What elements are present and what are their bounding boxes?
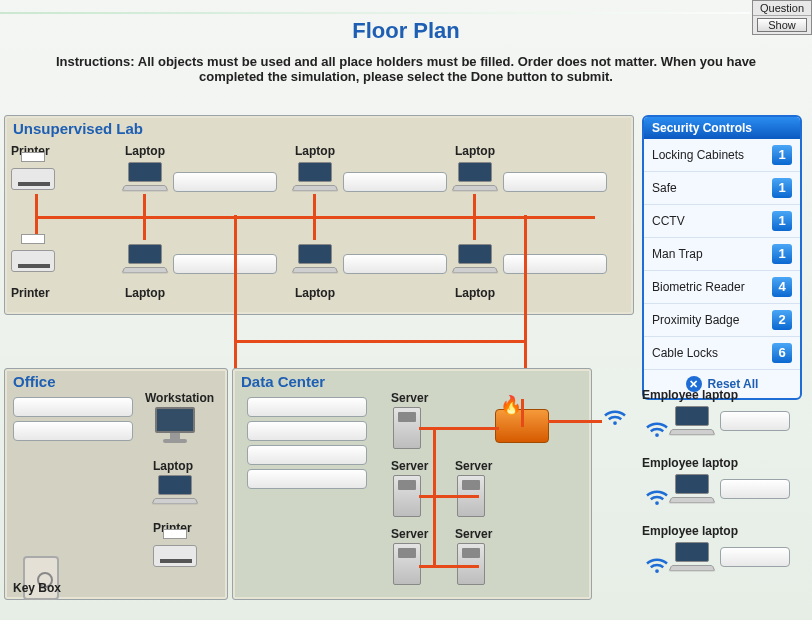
wire (143, 194, 146, 218)
drop-slot[interactable] (720, 411, 790, 431)
label-employee-laptop: Employee laptop (642, 388, 802, 402)
laptop-icon[interactable] (123, 162, 167, 192)
workstation-icon[interactable] (153, 407, 197, 449)
panel-title: Security Controls (644, 117, 800, 139)
printer-icon[interactable] (11, 160, 55, 194)
control-safe[interactable]: Safe 1 (644, 172, 800, 205)
label-keybox: Key Box (13, 581, 61, 595)
wire (473, 194, 476, 218)
drop-slot[interactable] (720, 547, 790, 567)
control-locking-cabinets[interactable]: Locking Cabinets 1 (644, 139, 800, 172)
laptop-icon[interactable] (670, 474, 714, 504)
page-title: Floor Plan (0, 18, 812, 44)
zone-office: Office Workstation Laptop Printer Key Bo… (4, 368, 228, 600)
drop-slot[interactable] (13, 397, 133, 417)
security-controls-panel: Security Controls Locking Cabinets 1 Saf… (642, 115, 802, 400)
drop-slot[interactable] (247, 469, 367, 489)
drop-slot[interactable] (343, 254, 447, 274)
laptop-icon[interactable] (293, 162, 337, 192)
wifi-icon (642, 478, 664, 500)
label-laptop: Laptop (455, 144, 495, 158)
laptop-icon[interactable] (670, 542, 714, 572)
label-laptop: Laptop (153, 459, 193, 473)
instructions-text: Instructions: All objects must be used a… (30, 54, 782, 84)
control-cctv[interactable]: CCTV 1 (644, 205, 800, 238)
wire (419, 427, 499, 430)
printer-icon[interactable] (153, 537, 197, 571)
drop-slot[interactable] (247, 445, 367, 465)
drop-slot[interactable] (247, 421, 367, 441)
wifi-icon (642, 410, 664, 432)
label-laptop: Laptop (125, 286, 165, 300)
wire (419, 565, 479, 568)
control-man-trap[interactable]: Man Trap 1 (644, 238, 800, 271)
zone-data-center: Data Center Server Server Server Server … (232, 368, 592, 600)
drop-slot[interactable] (503, 254, 607, 274)
wire (419, 495, 479, 498)
laptop-icon[interactable] (293, 244, 337, 274)
control-count: 1 (772, 145, 792, 165)
label-printer: Printer (11, 286, 50, 300)
question-label: Question (753, 1, 811, 16)
wire (521, 399, 524, 427)
wifi-icon (642, 546, 664, 568)
control-count: 4 (772, 277, 792, 297)
label-server: Server (455, 527, 492, 541)
drop-slot[interactable] (720, 479, 790, 499)
drop-slot[interactable] (343, 172, 447, 192)
svg-point-1 (655, 433, 659, 437)
control-count: 1 (772, 211, 792, 231)
laptop-icon[interactable] (453, 162, 497, 192)
control-biometric-reader[interactable]: Biometric Reader 4 (644, 271, 800, 304)
drop-slot[interactable] (247, 397, 367, 417)
zone-unsupervised-lab: Unsupervised Lab Printer Laptop Laptop L… (4, 115, 634, 315)
control-label: Safe (652, 181, 677, 195)
drop-slot[interactable] (173, 172, 277, 192)
employee-laptop-block: Employee laptop (642, 524, 802, 572)
control-label: Man Trap (652, 247, 703, 261)
laptop-icon[interactable] (670, 406, 714, 436)
server-icon[interactable] (393, 543, 421, 585)
wifi-icon (600, 398, 630, 428)
wire (473, 216, 476, 240)
wire (313, 194, 316, 218)
show-button[interactable]: Show (757, 18, 807, 32)
control-label: Proximity Badge (652, 313, 739, 327)
employee-laptop-block: Employee laptop (642, 388, 802, 436)
server-icon[interactable] (457, 543, 485, 585)
zone-title-lab: Unsupervised Lab (5, 116, 633, 141)
server-icon[interactable] (393, 475, 421, 517)
svg-point-0 (613, 421, 617, 425)
control-count: 2 (772, 310, 792, 330)
question-box: Question Show (752, 0, 812, 35)
control-proximity-badge[interactable]: Proximity Badge 2 (644, 304, 800, 337)
laptop-icon[interactable] (153, 475, 197, 505)
label-laptop: Laptop (295, 144, 335, 158)
wire (143, 216, 146, 240)
control-cable-locks[interactable]: Cable Locks 6 (644, 337, 800, 370)
wire (234, 340, 526, 343)
control-label: CCTV (652, 214, 685, 228)
label-laptop: Laptop (455, 286, 495, 300)
label-laptop: Laptop (295, 286, 335, 300)
laptop-icon[interactable] (123, 244, 167, 274)
wire (35, 194, 38, 218)
label-laptop: Laptop (125, 144, 165, 158)
label-server: Server (455, 459, 492, 473)
svg-point-3 (655, 569, 659, 573)
control-label: Biometric Reader (652, 280, 745, 294)
control-count: 6 (772, 343, 792, 363)
label-employee-laptop: Employee laptop (642, 456, 802, 470)
printer-icon[interactable] (11, 242, 55, 276)
server-icon[interactable] (393, 407, 421, 449)
drop-slot[interactable] (503, 172, 607, 192)
svg-point-2 (655, 501, 659, 505)
label-server: Server (391, 459, 428, 473)
employee-laptop-block: Employee laptop (642, 456, 802, 504)
laptop-icon[interactable] (453, 244, 497, 274)
drop-slot[interactable] (173, 254, 277, 274)
label-server: Server (391, 527, 428, 541)
label-workstation: Workstation (145, 391, 214, 405)
wire (548, 420, 602, 423)
drop-slot[interactable] (13, 421, 133, 441)
